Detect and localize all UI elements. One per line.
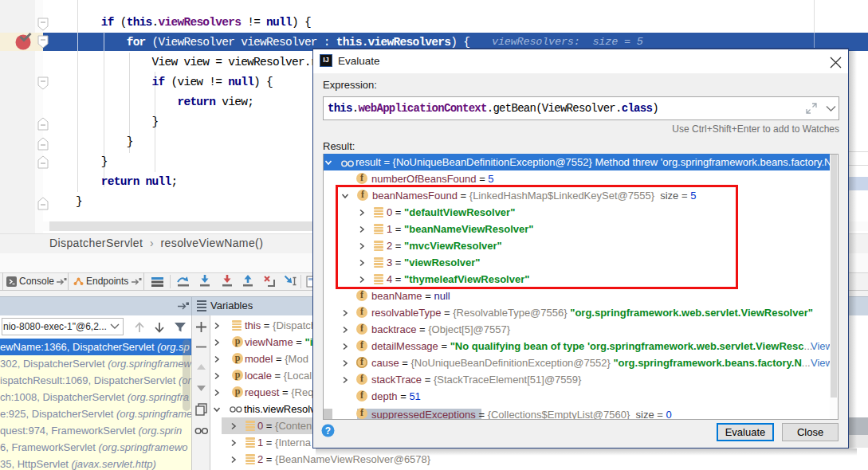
svg-text:?: ? [325,425,331,437]
